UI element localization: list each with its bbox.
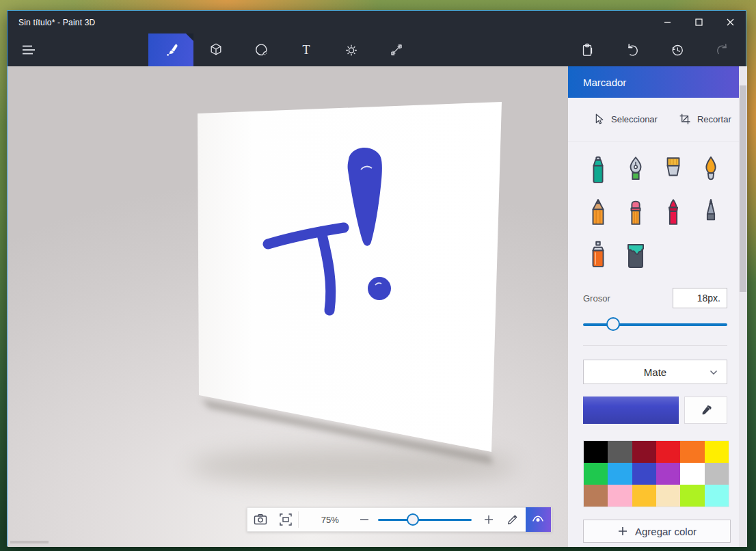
- tab-stickers[interactable]: [239, 33, 284, 66]
- tab-3d-shapes[interactable]: [193, 33, 239, 66]
- palette-color[interactable]: [632, 485, 656, 507]
- undo-icon: [624, 42, 640, 58]
- crop-button[interactable]: Recortar: [678, 112, 731, 126]
- eyedropper-button[interactable]: [684, 397, 727, 424]
- eraser-icon: [625, 198, 646, 228]
- fit-to-view-button[interactable]: [273, 508, 298, 531]
- workspace-3d-view[interactable]: 75%: [8, 66, 568, 547]
- palette-color[interactable]: [608, 485, 632, 507]
- brush-marker[interactable]: [582, 152, 615, 188]
- palette-color[interactable]: [656, 463, 680, 485]
- paste-button[interactable]: [572, 35, 602, 65]
- redo-button[interactable]: [707, 35, 738, 65]
- draw-mode-button[interactable]: [500, 508, 526, 531]
- thickness-input[interactable]: [673, 288, 727, 308]
- select-button[interactable]: Seleccionar: [591, 112, 658, 127]
- add-color-button[interactable]: Agregar color: [583, 520, 731, 543]
- scrollbar-thumb[interactable]: [740, 85, 746, 292]
- cursor-icon: [591, 112, 606, 127]
- texture-selected-value: Mate: [644, 366, 666, 378]
- palette-color[interactable]: [584, 485, 608, 507]
- drawing-canvas-surface[interactable]: [198, 102, 502, 452]
- brush-grid: [568, 142, 739, 280]
- separator: [298, 511, 299, 528]
- brush-eraser[interactable]: [619, 195, 652, 230]
- zoom-slider-track[interactable]: [378, 519, 472, 521]
- marker-icon: [588, 155, 608, 185]
- thickness-slider-thumb[interactable]: [606, 317, 620, 331]
- palette-color[interactable]: [680, 485, 704, 507]
- crop-label: Recortar: [697, 114, 731, 124]
- crayon-icon: [663, 198, 684, 228]
- palette-color[interactable]: [705, 441, 729, 463]
- zoom-slider-thumb[interactable]: [407, 513, 419, 526]
- brush-fill-bucket[interactable]: [619, 237, 652, 273]
- palette-color[interactable]: [584, 463, 608, 485]
- current-color-swatch[interactable]: [583, 397, 679, 424]
- brush-crayon[interactable]: [657, 195, 690, 230]
- close-icon: [727, 18, 734, 26]
- oil-brush-icon: [663, 155, 684, 185]
- texture-dropdown[interactable]: Mate: [583, 360, 727, 384]
- spray-can-icon: [588, 240, 608, 270]
- menu-button[interactable]: [8, 33, 50, 66]
- panel-scrollbar[interactable]: [739, 66, 747, 547]
- tab-effects[interactable]: [329, 33, 374, 66]
- divider: [583, 345, 727, 346]
- tab-brushes[interactable]: [148, 33, 193, 66]
- stroke-exclamation-dot: [368, 277, 391, 300]
- menu-icon: [20, 43, 38, 57]
- palette-color[interactable]: [656, 441, 680, 463]
- color-palette: [583, 440, 729, 507]
- palette-color[interactable]: [608, 463, 632, 485]
- zoom-slider[interactable]: [378, 508, 472, 531]
- brush-calligraphy-pen[interactable]: [619, 152, 652, 188]
- thickness-slider[interactable]: [583, 317, 727, 333]
- fill-bucket-icon: [624, 240, 647, 270]
- palette-color[interactable]: [632, 463, 656, 485]
- palette-color[interactable]: [608, 441, 632, 463]
- palette-color[interactable]: [584, 441, 608, 463]
- palette-color[interactable]: [680, 441, 704, 463]
- close-button[interactable]: [714, 11, 746, 33]
- clipboard-icon: [579, 42, 595, 58]
- canvas-3d[interactable]: [8, 66, 568, 547]
- titlebar: Sin título* - Paint 3D: [8, 11, 746, 33]
- palette-color[interactable]: [705, 485, 729, 507]
- calligraphy-pen-icon: [625, 155, 646, 185]
- text-icon: T: [298, 42, 314, 58]
- maximize-icon: [695, 18, 703, 26]
- maximize-button[interactable]: [683, 11, 714, 33]
- tab-text[interactable]: T: [284, 33, 329, 66]
- main-toolbar: T: [8, 33, 746, 66]
- minimize-button[interactable]: [651, 11, 683, 33]
- thickness-label: Grosor: [583, 293, 610, 304]
- view-mode-button[interactable]: [526, 507, 551, 532]
- zoom-out-button[interactable]: [353, 508, 375, 531]
- eye-icon: [530, 511, 546, 528]
- thickness-slider-track[interactable]: [583, 323, 727, 326]
- tab-canvas[interactable]: [374, 33, 419, 66]
- select-crop-row: Seleccionar Recortar: [568, 98, 739, 142]
- pencil-tool-icon: [588, 198, 608, 228]
- brush-watercolor[interactable]: [694, 152, 727, 188]
- watercolor-icon: [701, 155, 721, 185]
- fit-view-icon: [278, 511, 294, 528]
- plus-icon: [617, 526, 628, 537]
- palette-color[interactable]: [656, 485, 680, 507]
- palette-color[interactable]: [680, 463, 704, 485]
- brush-pixel-pen[interactable]: [694, 195, 727, 230]
- brush-spray-can[interactable]: [582, 237, 615, 273]
- panel-title: Marcador: [568, 66, 739, 98]
- history-button[interactable]: [662, 35, 692, 65]
- sun-icon: [343, 42, 360, 58]
- palette-color[interactable]: [705, 463, 729, 485]
- zoom-in-button[interactable]: [477, 508, 500, 531]
- brush-oil[interactable]: [657, 152, 690, 188]
- window-title: Sin título* - Paint 3D: [8, 18, 651, 27]
- chevron-down-icon: [709, 368, 718, 377]
- palette-color[interactable]: [632, 441, 656, 463]
- undo-button[interactable]: [617, 35, 647, 65]
- brush-pencil[interactable]: [582, 195, 615, 230]
- screenshot-button[interactable]: [247, 508, 273, 531]
